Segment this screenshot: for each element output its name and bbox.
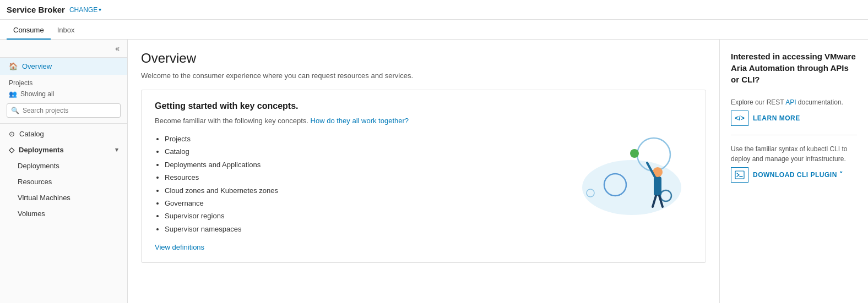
list-item: Catalog xyxy=(165,145,560,158)
code-icon: </> xyxy=(731,111,748,126)
learn-more-link[interactable]: LEARN MORE xyxy=(753,114,800,122)
cli-icon xyxy=(731,167,748,183)
download-cli-link[interactable]: DOWNLOAD CLI PLUGIN ˅ xyxy=(753,171,843,179)
tab-inbox[interactable]: Inbox xyxy=(51,21,82,40)
search-icon: 🔍 xyxy=(11,107,19,114)
learn-more-area: </> LEARN MORE xyxy=(731,111,857,126)
svg-rect-6 xyxy=(654,177,661,196)
sidebar-showing-all: 👥 Showing all xyxy=(0,88,127,100)
app-title: Service Broker xyxy=(7,5,65,14)
view-definitions-link[interactable]: View definitions xyxy=(155,243,204,251)
catalog-icon: ⊙ xyxy=(9,130,15,138)
sidebar-projects-heading: Projects xyxy=(0,75,127,88)
api-description: Explore our REST API documentation. xyxy=(731,97,857,107)
sidebar-collapse-area: « xyxy=(0,40,127,58)
download-chevron-icon: ˅ xyxy=(839,171,843,179)
list-item: Governance xyxy=(165,197,560,210)
sidebar-item-overview[interactable]: 🏠 Overview xyxy=(0,58,127,75)
top-bar: Service Broker CHANGE ▾ xyxy=(0,0,868,20)
change-chevron-icon: ▾ xyxy=(99,7,101,13)
card-content: Getting started with key concepts. Becom… xyxy=(155,101,560,251)
sidebar: « 🏠 Overview Projects 👥 Showing all 🔍 ⊙ … xyxy=(0,40,128,303)
svg-rect-11 xyxy=(735,171,744,179)
sidebar-item-deployments-sub[interactable]: Deployments xyxy=(0,158,127,174)
tab-consume[interactable]: Consume xyxy=(7,21,51,40)
concepts-list: Projects Catalog Deployments and Applica… xyxy=(155,133,560,235)
sidebar-item-deployments[interactable]: ◇ Deployments ▾ xyxy=(0,142,127,158)
right-panel: Interested in accessing VMware Aria Auto… xyxy=(719,40,868,303)
list-item: Resources xyxy=(165,171,560,184)
list-item: Projects xyxy=(165,133,560,145)
getting-started-card: Getting started with key concepts. Becom… xyxy=(141,90,706,263)
group-icon: 👥 xyxy=(9,90,17,98)
terminal-icon xyxy=(735,170,745,179)
svg-point-0 xyxy=(582,160,681,215)
list-item: Supervisor namespaces xyxy=(165,223,560,235)
tab-bar: Consume Inbox xyxy=(0,20,868,40)
right-panel-cli-section: Use the familiar syntax of kubectl CLI t… xyxy=(731,144,857,183)
sidebar-collapse-button[interactable]: « xyxy=(112,43,123,54)
cli-description: Use the familiar syntax of kubectl CLI t… xyxy=(731,144,857,164)
page-subtitle: Welcome to the consumer experience where… xyxy=(141,71,706,80)
right-panel-api-section: Explore our REST API documentation. </> … xyxy=(731,97,857,126)
api-link[interactable]: API xyxy=(785,98,796,106)
list-item: Deployments and Applications xyxy=(165,158,560,171)
page-title: Overview xyxy=(141,51,706,66)
search-input[interactable] xyxy=(7,103,121,118)
download-area: DOWNLOAD CLI PLUGIN ˅ xyxy=(731,167,857,183)
sidebar-search-area: 🔍 xyxy=(7,103,121,118)
sidebar-item-virtual-machines[interactable]: Virtual Machines xyxy=(0,190,127,206)
svg-point-2 xyxy=(630,149,639,158)
sidebar-item-volumes[interactable]: Volumes xyxy=(0,206,127,222)
how-do-they-work-link[interactable]: How do they all work together? xyxy=(311,117,409,125)
change-button[interactable]: CHANGE ▾ xyxy=(69,6,101,14)
illustration-svg xyxy=(577,133,687,221)
deployments-icon: ◇ xyxy=(9,146,14,154)
card-subtitle: Become familiar with the following key c… xyxy=(155,117,560,125)
sidebar-divider-1 xyxy=(0,123,127,124)
main-layout: « 🏠 Overview Projects 👥 Showing all 🔍 ⊙ … xyxy=(0,40,868,303)
right-panel-divider xyxy=(731,135,857,135)
right-panel-title: Interested in accessing VMware Aria Auto… xyxy=(731,51,857,85)
list-item: Cloud zones and Kubernetes zones xyxy=(165,184,560,197)
sidebar-item-catalog[interactable]: ⊙ Catalog xyxy=(0,126,127,142)
main-content: Overview Welcome to the consumer experie… xyxy=(128,40,719,303)
card-illustration xyxy=(571,101,692,251)
home-icon: 🏠 xyxy=(9,62,18,70)
deployments-chevron-icon: ▾ xyxy=(115,146,118,153)
sidebar-item-resources[interactable]: Resources xyxy=(0,174,127,190)
list-item: Supervisor regions xyxy=(165,210,560,222)
card-title: Getting started with key concepts. xyxy=(155,101,560,111)
